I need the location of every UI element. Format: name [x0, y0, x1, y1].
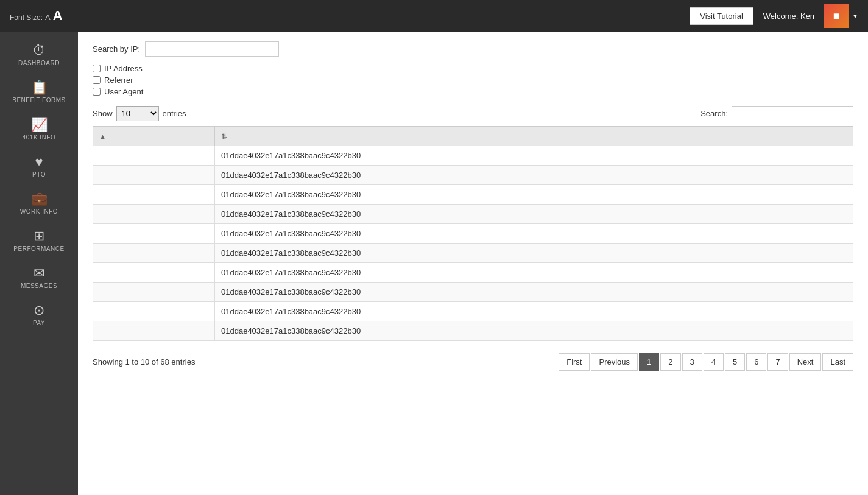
table-cell-col2: 01ddae4032e17a1c338baac9c4322b30: [215, 244, 853, 263]
page-btn-7[interactable]: 7: [767, 353, 788, 371]
table-cell-col2: 01ddae4032e17a1c338baac9c4322b30: [215, 321, 853, 341]
main-layout: ⏱ DASHBOARD 📋 BENEFIT FORMS 📈 401K INFO …: [0, 32, 868, 495]
pagination-row: Showing 1 to 10 of 68 entries First Prev…: [93, 348, 853, 371]
referrer-label: Referrer: [104, 75, 133, 85]
table-cell-col1: [93, 263, 215, 283]
table-row: 01ddae4032e17a1c338baac9c4322b30: [93, 185, 853, 205]
font-size-small[interactable]: A: [45, 13, 51, 22]
table-cell-col2: 01ddae4032e17a1c338baac9c4322b30: [215, 205, 853, 224]
font-size-label: Font Size:: [10, 13, 43, 22]
checkbox-ip-address-row: IP Address: [93, 64, 853, 73]
page-btn-last[interactable]: Last: [822, 353, 853, 371]
search-input[interactable]: [732, 106, 853, 121]
checkboxes-section: IP Address Referrer User Agent: [93, 64, 853, 96]
pay-icon: ⊙: [34, 304, 44, 317]
benefit-forms-icon: 📋: [31, 81, 48, 94]
page-btn-6[interactable]: 6: [746, 353, 766, 371]
sort-arrows-col1: ▲: [99, 133, 106, 140]
table-header-row: ▲ ⇅: [93, 127, 853, 146]
page-btn-4[interactable]: 4: [704, 353, 724, 371]
sidebar: ⏱ DASHBOARD 📋 BENEFIT FORMS 📈 401K INFO …: [0, 32, 78, 495]
page-btn-2[interactable]: 2: [660, 353, 680, 371]
sidebar-item-dashboard[interactable]: ⏱ DASHBOARD: [0, 37, 78, 74]
table-row: 01ddae4032e17a1c338baac9c4322b30: [93, 244, 853, 263]
col1-header[interactable]: ▲: [93, 127, 215, 146]
sidebar-item-label: MESSAGES: [21, 283, 57, 289]
table-cell-col1: [93, 283, 215, 302]
sidebar-item-401k[interactable]: 📈 401K INFO: [0, 111, 78, 148]
referrer-checkbox[interactable]: [93, 76, 101, 84]
pto-icon: ♥: [35, 155, 43, 169]
entries-label: entries: [163, 109, 186, 118]
sidebar-item-label: 401K INFO: [23, 134, 56, 141]
entries-row: Show 10 25 50 100 entries Search:: [93, 106, 853, 121]
entries-left: Show 10 25 50 100 entries: [93, 106, 186, 121]
page-btn-next[interactable]: Next: [789, 353, 822, 371]
topbar-right: Visit Tutorial Welcome, Ken ■ ▼: [690, 4, 858, 28]
entries-select[interactable]: 10 25 50 100: [116, 106, 159, 121]
sidebar-item-pto[interactable]: ♥ PTO: [0, 148, 78, 185]
content-area: Search by IP: IP Address Referrer User A…: [78, 32, 868, 495]
sidebar-item-performance[interactable]: ⊞ PERFORMANCE: [0, 222, 78, 259]
table-cell-col1: [93, 244, 215, 263]
sidebar-item-work-info[interactable]: 💼 WORK INFO: [0, 185, 78, 222]
table-row: 01ddae4032e17a1c338baac9c4322b30: [93, 224, 853, 244]
search-ip-label: Search by IP:: [93, 44, 140, 54]
table-row: 01ddae4032e17a1c338baac9c4322b30: [93, 146, 853, 166]
search-ip-row: Search by IP:: [93, 41, 853, 57]
table-cell-col2: 01ddae4032e17a1c338baac9c4322b30: [215, 302, 853, 321]
table-cell-col1: [93, 166, 215, 185]
sidebar-item-label: DASHBOARD: [18, 60, 60, 66]
dashboard-icon: ⏱: [32, 44, 46, 57]
table-row: 01ddae4032e17a1c338baac9c4322b30: [93, 166, 853, 185]
performance-icon: ⊞: [34, 230, 44, 243]
data-table: ▲ ⇅ 01ddae4032e17a1c338baac9c4322b3001dd…: [93, 126, 853, 341]
page-btn-5[interactable]: 5: [725, 353, 745, 371]
sidebar-item-label: PAY: [33, 320, 45, 326]
work-info-icon: 💼: [31, 192, 48, 206]
topbar: Font Size: A A Visit Tutorial Welcome, K…: [0, 0, 868, 32]
pagination-buttons: First Previous 1 2 3 4 5 6 7 Next Last: [559, 353, 853, 371]
sidebar-item-label: PTO: [32, 171, 46, 178]
table-cell-col1: [93, 321, 215, 341]
sidebar-item-benefit-forms[interactable]: 📋 BENEFIT FORMS: [0, 74, 78, 111]
table-cell-col2: 01ddae4032e17a1c338baac9c4322b30: [215, 146, 853, 166]
avatar[interactable]: ■: [824, 4, 849, 28]
search-right: Search:: [700, 106, 853, 121]
table-row: 01ddae4032e17a1c338baac9c4322b30: [93, 302, 853, 321]
show-label: Show: [93, 109, 113, 118]
table-cell-col1: [93, 224, 215, 244]
avatar-dropdown-caret[interactable]: ▼: [852, 13, 858, 19]
font-size-large[interactable]: A: [53, 8, 63, 24]
sidebar-item-messages[interactable]: ✉ MESSAGES: [0, 259, 78, 297]
table-cell-col1: [93, 146, 215, 166]
search-ip-input[interactable]: [145, 41, 279, 57]
table-cell-col2: 01ddae4032e17a1c338baac9c4322b30: [215, 185, 853, 205]
font-size-control: Font Size: A A: [10, 8, 63, 24]
user-agent-checkbox[interactable]: [93, 88, 101, 96]
table-cell-col1: [93, 302, 215, 321]
user-agent-label: User Agent: [104, 87, 143, 96]
search-label: Search:: [700, 109, 728, 118]
sidebar-item-label: WORK INFO: [20, 208, 58, 215]
checkbox-user-agent-row: User Agent: [93, 87, 853, 96]
ip-address-label: IP Address: [104, 64, 143, 73]
table-row: 01ddae4032e17a1c338baac9c4322b30: [93, 321, 853, 341]
sidebar-item-pay[interactable]: ⊙ PAY: [0, 297, 78, 334]
table-row: 01ddae4032e17a1c338baac9c4322b30: [93, 263, 853, 283]
visit-tutorial-button[interactable]: Visit Tutorial: [690, 7, 753, 25]
sidebar-item-label: PERFORMANCE: [13, 245, 64, 252]
sidebar-item-label: BENEFIT FORMS: [12, 97, 65, 104]
ip-address-checkbox[interactable]: [93, 65, 101, 72]
table-cell-col1: [93, 205, 215, 224]
page-btn-first[interactable]: First: [559, 353, 590, 371]
col2-header[interactable]: ⇅: [215, 127, 853, 146]
table-cell-col2: 01ddae4032e17a1c338baac9c4322b30: [215, 166, 853, 185]
page-btn-3[interactable]: 3: [682, 353, 702, 371]
page-btn-previous[interactable]: Previous: [591, 353, 638, 371]
welcome-text: Welcome, Ken: [763, 12, 814, 21]
table-cell-col2: 01ddae4032e17a1c338baac9c4322b30: [215, 283, 853, 302]
showing-text: Showing 1 to 10 of 68 entries: [93, 357, 195, 367]
page-btn-1[interactable]: 1: [639, 353, 659, 371]
sort-arrows-col2: ⇅: [221, 133, 227, 140]
